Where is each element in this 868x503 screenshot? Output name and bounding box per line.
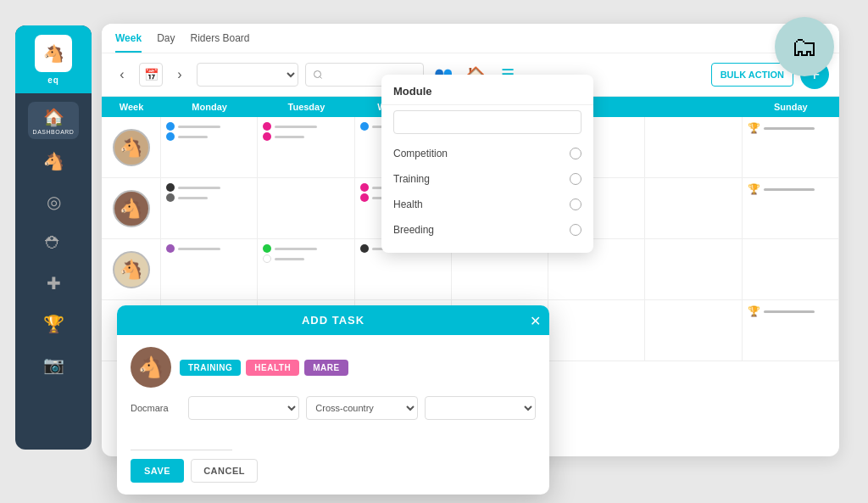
horses-icon: 🐴 (43, 151, 64, 171)
tab-riders-board[interactable]: Riders Board (190, 32, 249, 53)
header-saturday (645, 97, 742, 117)
sidebar-item-compass[interactable]: ◎ (28, 183, 79, 221)
sidebar: 🐴 eq 🏠 DASHBOARD 🐴 ◎ ⛑ ✚ 🏆 📷 (15, 25, 92, 450)
calendar-button[interactable]: 📅 (139, 63, 163, 87)
row3-saturday (645, 239, 742, 300)
row4-friday (548, 300, 645, 361)
row3-tuesday (258, 239, 354, 300)
row2-monday (161, 178, 258, 239)
sidebar-item-camera[interactable]: 📷 (28, 346, 79, 383)
sidebar-nav: 🏠 DASHBOARD 🐴 ◎ ⛑ ✚ 🏆 📷 (15, 93, 92, 392)
date-range-dropdown[interactable] (197, 63, 298, 87)
row1-tuesday (258, 117, 354, 178)
tag-training: TRAINING (180, 360, 241, 376)
sidebar-dashboard-label: DASHBOARD (33, 129, 75, 135)
sidebar-item-helmet[interactable]: ⛑ (28, 224, 79, 261)
sidebar-logo: 🐴 eq (15, 25, 92, 93)
modal-horse-name: Docmara (131, 403, 181, 413)
row2-tuesday (258, 178, 354, 239)
row3-monday (161, 239, 258, 300)
modal-close-button[interactable]: ✕ (530, 312, 541, 328)
horse-avatar-2: 🐴 (113, 190, 150, 227)
top-tabs: Week Day Riders Board (102, 24, 839, 53)
next-button[interactable]: › (170, 64, 190, 85)
floating-archive-icon: 🗂 (775, 17, 834, 76)
row4-sunday: 🏆 (743, 300, 839, 361)
compass-icon: ◎ (47, 192, 61, 212)
modal-header: ADD TASK ✕ (117, 305, 549, 335)
module-breeding-label: Breeding (393, 224, 434, 236)
module-option-health[interactable]: Health (381, 192, 593, 217)
modal-tags: TRAINING HEALTH MARE (180, 360, 348, 376)
horse-avatar-3: 🐴 (113, 251, 150, 288)
row1-saturday (645, 117, 742, 178)
modal-dropdown1[interactable] (188, 396, 299, 420)
modal-row3 (131, 427, 536, 450)
modal-body: 🐴 TRAINING HEALTH MARE Docmara Cross-cou… (117, 335, 549, 495)
save-button[interactable]: SAVE (131, 459, 184, 483)
modal-dropdown3[interactable] (425, 396, 536, 420)
modal-dropdown2[interactable]: Cross-country (306, 396, 417, 420)
tag-health: HEALTH (246, 360, 299, 376)
row4-saturday (645, 300, 742, 361)
tag-mare: MARE (304, 360, 348, 376)
modal-row2: Docmara Cross-country (131, 396, 536, 420)
module-health-radio[interactable] (570, 198, 581, 210)
helmet-icon: ⛑ (45, 233, 62, 253)
module-health-label: Health (393, 198, 423, 210)
horse-avatar-1: 🐴 (113, 129, 150, 166)
row2-saturday (645, 178, 742, 239)
add-task-modal: ADD TASK ✕ 🐴 TRAINING HEALTH MARE Docmar… (117, 305, 549, 495)
health-icon: ✚ (47, 273, 61, 293)
row3-week: 🐴 (102, 239, 161, 300)
row1-sunday: 🏆 (743, 117, 839, 178)
row1-monday (161, 117, 258, 178)
module-dropdown: Module Competition Training Health Breed… (381, 75, 593, 253)
row1-week: 🐴 (102, 117, 161, 178)
archive-icon: 🗂 (791, 31, 818, 63)
module-option-breeding[interactable]: Breeding (381, 217, 593, 243)
sidebar-item-dashboard[interactable]: 🏠 DASHBOARD (28, 102, 79, 139)
header-week: Week (102, 97, 161, 117)
module-breeding-radio[interactable] (570, 224, 581, 236)
module-dropdown-title: Module (381, 85, 593, 105)
tab-week[interactable]: Week (115, 32, 142, 53)
module-option-competition[interactable]: Competition (381, 141, 593, 166)
row3-sunday (743, 239, 839, 300)
prev-button[interactable]: ‹ (112, 64, 132, 85)
sidebar-item-trophy[interactable]: 🏆 (28, 305, 79, 343)
header-monday: Monday (161, 97, 258, 117)
trophy-nav-icon: 🏆 (43, 314, 64, 334)
modal-title: ADD TASK (302, 314, 364, 327)
modal-row1: 🐴 TRAINING HEALTH MARE (131, 347, 536, 388)
module-competition-label: Competition (393, 148, 448, 159)
sidebar-item-health[interactable]: ✚ (28, 265, 79, 302)
logo-text: eq (47, 75, 59, 85)
modal-actions: SAVE CANCEL (131, 459, 536, 483)
tab-day[interactable]: Day (157, 32, 175, 53)
bulk-action-button[interactable]: BULK ACTION (711, 63, 793, 87)
logo-icon: 🐴 (35, 35, 72, 72)
header-tuesday: Tuesday (258, 97, 354, 117)
row2-sunday: 🏆 (743, 178, 839, 239)
module-competition-radio[interactable] (570, 148, 581, 159)
module-option-training[interactable]: Training (381, 166, 593, 192)
row2-week: 🐴 (102, 178, 161, 239)
module-training-radio[interactable] (570, 173, 581, 185)
module-training-label: Training (393, 173, 430, 185)
module-search-input[interactable] (393, 110, 581, 134)
modal-horse-avatar: 🐴 (131, 347, 171, 388)
dashboard-icon: 🏠 (43, 107, 64, 127)
camera-icon: 📷 (43, 355, 64, 375)
header-sunday: Sunday (743, 97, 839, 117)
modal-text-input[interactable] (131, 427, 232, 450)
cancel-button[interactable]: CANCEL (191, 459, 258, 483)
sidebar-item-horses[interactable]: 🐴 (28, 143, 79, 180)
